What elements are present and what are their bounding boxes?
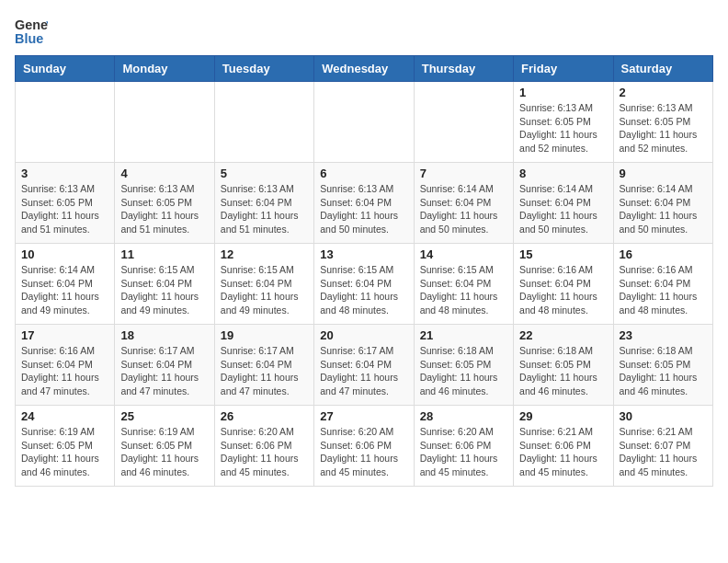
day-info: Sunrise: 6:14 AMSunset: 6:04 PMDaylight:… (420, 182, 507, 236)
calendar-cell: 29Sunrise: 6:21 AMSunset: 6:06 PMDayligh… (514, 406, 613, 487)
day-info: Sunrise: 6:15 AMSunset: 6:04 PMDaylight:… (221, 263, 308, 317)
calendar-cell: 8Sunrise: 6:14 AMSunset: 6:04 PMDaylight… (514, 163, 613, 244)
day-number: 17 (21, 328, 108, 342)
calendar-week-row: 3Sunrise: 6:13 AMSunset: 6:05 PMDaylight… (16, 163, 713, 244)
calendar-cell: 19Sunrise: 6:17 AMSunset: 6:04 PMDayligh… (214, 325, 313, 406)
calendar-week-row: 10Sunrise: 6:14 AMSunset: 6:04 PMDayligh… (16, 244, 713, 325)
calendar-cell: 20Sunrise: 6:17 AMSunset: 6:04 PMDayligh… (314, 325, 414, 406)
day-number: 24 (21, 409, 108, 423)
day-number: 2 (620, 86, 707, 99)
calendar-cell (314, 82, 414, 163)
day-number: 25 (120, 409, 208, 423)
day-info: Sunrise: 6:15 AMSunset: 6:04 PMDaylight:… (320, 263, 407, 317)
day-number: 3 (21, 167, 108, 180)
calendar-cell: 9Sunrise: 6:14 AMSunset: 6:04 PMDaylight… (613, 163, 712, 244)
calendar-day-header: Wednesday (314, 56, 414, 82)
day-info: Sunrise: 6:20 AMSunset: 6:06 PMDaylight:… (420, 425, 507, 479)
day-info: Sunrise: 6:19 AMSunset: 6:05 PMDaylight:… (21, 425, 108, 479)
day-number: 6 (320, 167, 407, 180)
day-info: Sunrise: 6:20 AMSunset: 6:06 PMDaylight:… (221, 425, 308, 479)
calendar-cell: 7Sunrise: 6:14 AMSunset: 6:04 PMDaylight… (414, 163, 513, 244)
calendar-cell: 23Sunrise: 6:18 AMSunset: 6:05 PMDayligh… (613, 325, 712, 406)
day-number: 13 (320, 247, 407, 261)
day-info: Sunrise: 6:16 AMSunset: 6:04 PMDaylight:… (21, 344, 108, 398)
calendar-cell: 6Sunrise: 6:13 AMSunset: 6:04 PMDaylight… (314, 163, 414, 244)
calendar-week-row: 1Sunrise: 6:13 AMSunset: 6:05 PMDaylight… (16, 82, 713, 163)
calendar-cell: 26Sunrise: 6:20 AMSunset: 6:06 PMDayligh… (214, 406, 313, 487)
calendar-cell: 2Sunrise: 6:13 AMSunset: 6:05 PMDaylight… (613, 82, 712, 163)
day-info: Sunrise: 6:14 AMSunset: 6:04 PMDaylight:… (620, 182, 707, 236)
day-info: Sunrise: 6:19 AMSunset: 6:05 PMDaylight:… (120, 425, 208, 479)
calendar-cell: 12Sunrise: 6:15 AMSunset: 6:04 PMDayligh… (214, 244, 313, 325)
day-info: Sunrise: 6:17 AMSunset: 6:04 PMDaylight:… (221, 344, 308, 398)
day-number: 14 (420, 247, 507, 261)
day-number: 11 (120, 247, 208, 261)
calendar-day-header: Monday (115, 56, 214, 82)
day-number: 5 (221, 167, 308, 180)
day-info: Sunrise: 6:14 AMSunset: 6:04 PMDaylight:… (21, 263, 108, 317)
day-info: Sunrise: 6:15 AMSunset: 6:04 PMDaylight:… (420, 263, 507, 317)
day-number: 7 (420, 167, 507, 180)
calendar-cell: 28Sunrise: 6:20 AMSunset: 6:06 PMDayligh… (414, 406, 513, 487)
day-number: 21 (420, 328, 507, 342)
calendar-cell: 15Sunrise: 6:16 AMSunset: 6:04 PMDayligh… (514, 244, 613, 325)
calendar-cell: 25Sunrise: 6:19 AMSunset: 6:05 PMDayligh… (115, 406, 214, 487)
day-number: 8 (519, 167, 607, 180)
calendar-header-row: SundayMondayTuesdayWednesdayThursdayFrid… (16, 56, 713, 82)
day-info: Sunrise: 6:13 AMSunset: 6:05 PMDaylight:… (120, 182, 208, 236)
calendar-cell: 4Sunrise: 6:13 AMSunset: 6:05 PMDaylight… (115, 163, 214, 244)
day-number: 12 (221, 247, 308, 261)
day-info: Sunrise: 6:13 AMSunset: 6:05 PMDaylight:… (620, 101, 707, 155)
day-info: Sunrise: 6:21 AMSunset: 6:06 PMDaylight:… (519, 425, 607, 479)
day-info: Sunrise: 6:18 AMSunset: 6:05 PMDaylight:… (620, 344, 707, 398)
calendar-cell (115, 82, 214, 163)
day-number: 26 (221, 409, 308, 423)
day-number: 1 (519, 86, 607, 99)
day-number: 16 (620, 247, 707, 261)
calendar-cell: 17Sunrise: 6:16 AMSunset: 6:04 PMDayligh… (16, 325, 115, 406)
day-info: Sunrise: 6:17 AMSunset: 6:04 PMDaylight:… (120, 344, 208, 398)
day-info: Sunrise: 6:17 AMSunset: 6:04 PMDaylight:… (320, 344, 407, 398)
calendar-table: SundayMondayTuesdayWednesdayThursdayFrid… (15, 55, 713, 487)
calendar-day-header: Saturday (613, 56, 712, 82)
calendar-week-row: 24Sunrise: 6:19 AMSunset: 6:05 PMDayligh… (16, 406, 713, 487)
calendar-cell (214, 82, 313, 163)
day-number: 28 (420, 409, 507, 423)
calendar-body: 1Sunrise: 6:13 AMSunset: 6:05 PMDaylight… (16, 82, 713, 487)
calendar-day-header: Tuesday (214, 56, 313, 82)
calendar-day-header: Sunday (16, 56, 115, 82)
calendar-cell: 13Sunrise: 6:15 AMSunset: 6:04 PMDayligh… (314, 244, 414, 325)
logo-icon: General Blue (15, 15, 48, 48)
day-info: Sunrise: 6:13 AMSunset: 6:05 PMDaylight:… (519, 101, 607, 155)
day-number: 15 (519, 247, 607, 261)
calendar-day-header: Friday (514, 56, 613, 82)
calendar-day-header: Thursday (414, 56, 513, 82)
calendar-cell: 14Sunrise: 6:15 AMSunset: 6:04 PMDayligh… (414, 244, 513, 325)
day-info: Sunrise: 6:18 AMSunset: 6:05 PMDaylight:… (519, 344, 607, 398)
day-info: Sunrise: 6:16 AMSunset: 6:04 PMDaylight:… (519, 263, 607, 317)
calendar-cell: 1Sunrise: 6:13 AMSunset: 6:05 PMDaylight… (514, 82, 613, 163)
day-number: 4 (120, 167, 208, 180)
day-number: 30 (620, 409, 707, 423)
calendar-cell: 24Sunrise: 6:19 AMSunset: 6:05 PMDayligh… (16, 406, 115, 487)
calendar-cell: 16Sunrise: 6:16 AMSunset: 6:04 PMDayligh… (613, 244, 712, 325)
day-info: Sunrise: 6:13 AMSunset: 6:04 PMDaylight:… (221, 182, 308, 236)
calendar-cell: 11Sunrise: 6:15 AMSunset: 6:04 PMDayligh… (115, 244, 214, 325)
calendar-week-row: 17Sunrise: 6:16 AMSunset: 6:04 PMDayligh… (16, 325, 713, 406)
day-number: 19 (221, 328, 308, 342)
calendar-cell: 21Sunrise: 6:18 AMSunset: 6:05 PMDayligh… (414, 325, 513, 406)
calendar-cell: 27Sunrise: 6:20 AMSunset: 6:06 PMDayligh… (314, 406, 414, 487)
day-info: Sunrise: 6:14 AMSunset: 6:04 PMDaylight:… (519, 182, 607, 236)
page-header: General Blue (15, 15, 713, 48)
calendar-cell: 18Sunrise: 6:17 AMSunset: 6:04 PMDayligh… (115, 325, 214, 406)
day-number: 22 (519, 328, 607, 342)
day-info: Sunrise: 6:13 AMSunset: 6:05 PMDaylight:… (21, 182, 108, 236)
svg-text:Blue: Blue (15, 31, 43, 46)
calendar-cell: 5Sunrise: 6:13 AMSunset: 6:04 PMDaylight… (214, 163, 313, 244)
day-info: Sunrise: 6:21 AMSunset: 6:07 PMDaylight:… (620, 425, 707, 479)
calendar-cell (414, 82, 513, 163)
day-number: 9 (620, 167, 707, 180)
calendar-cell: 10Sunrise: 6:14 AMSunset: 6:04 PMDayligh… (16, 244, 115, 325)
day-number: 29 (519, 409, 607, 423)
day-info: Sunrise: 6:15 AMSunset: 6:04 PMDaylight:… (120, 263, 208, 317)
